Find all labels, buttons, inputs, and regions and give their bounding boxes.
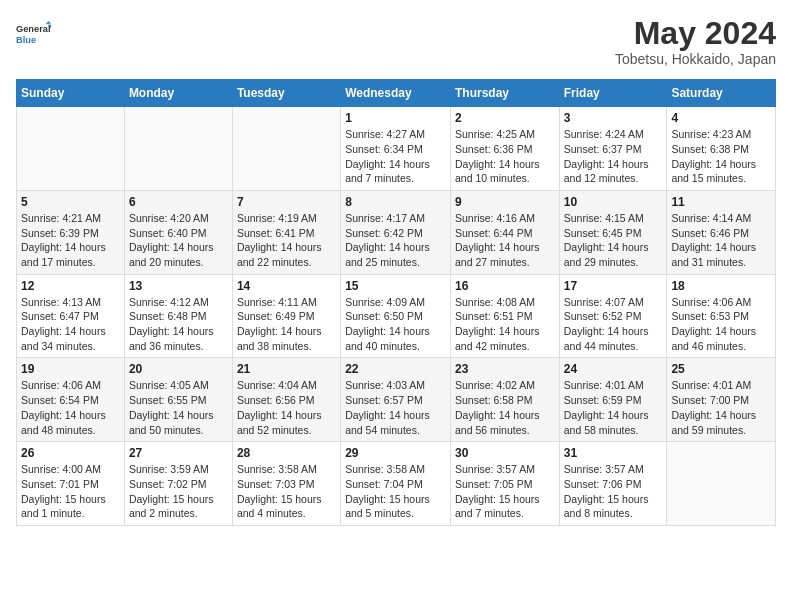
day-cell: 26Sunrise: 4:00 AMSunset: 7:01 PMDayligh… [17,442,125,526]
day-number: 25 [671,362,771,376]
logo: General Blue [16,16,52,52]
day-cell: 17Sunrise: 4:07 AMSunset: 6:52 PMDayligh… [559,274,667,358]
day-info: Sunrise: 4:06 AMSunset: 6:53 PMDaylight:… [671,295,771,354]
day-cell: 29Sunrise: 3:58 AMSunset: 7:04 PMDayligh… [341,442,451,526]
header-thursday: Thursday [450,80,559,107]
day-number: 11 [671,195,771,209]
svg-text:General: General [16,24,50,34]
day-cell: 19Sunrise: 4:06 AMSunset: 6:54 PMDayligh… [17,358,125,442]
day-cell: 5Sunrise: 4:21 AMSunset: 6:39 PMDaylight… [17,190,125,274]
day-cell: 18Sunrise: 4:06 AMSunset: 6:53 PMDayligh… [667,274,776,358]
week-row-3: 12Sunrise: 4:13 AMSunset: 6:47 PMDayligh… [17,274,776,358]
day-cell: 12Sunrise: 4:13 AMSunset: 6:47 PMDayligh… [17,274,125,358]
day-info: Sunrise: 4:17 AMSunset: 6:42 PMDaylight:… [345,211,446,270]
day-number: 6 [129,195,228,209]
day-cell: 8Sunrise: 4:17 AMSunset: 6:42 PMDaylight… [341,190,451,274]
week-row-2: 5Sunrise: 4:21 AMSunset: 6:39 PMDaylight… [17,190,776,274]
day-info: Sunrise: 3:57 AMSunset: 7:05 PMDaylight:… [455,462,555,521]
day-info: Sunrise: 4:05 AMSunset: 6:55 PMDaylight:… [129,378,228,437]
day-info: Sunrise: 4:12 AMSunset: 6:48 PMDaylight:… [129,295,228,354]
day-number: 13 [129,279,228,293]
day-cell: 28Sunrise: 3:58 AMSunset: 7:03 PMDayligh… [232,442,340,526]
day-cell: 31Sunrise: 3:57 AMSunset: 7:06 PMDayligh… [559,442,667,526]
day-info: Sunrise: 4:07 AMSunset: 6:52 PMDaylight:… [564,295,663,354]
day-info: Sunrise: 4:21 AMSunset: 6:39 PMDaylight:… [21,211,120,270]
day-info: Sunrise: 4:09 AMSunset: 6:50 PMDaylight:… [345,295,446,354]
day-cell: 14Sunrise: 4:11 AMSunset: 6:49 PMDayligh… [232,274,340,358]
day-number: 1 [345,111,446,125]
day-info: Sunrise: 4:23 AMSunset: 6:38 PMDaylight:… [671,127,771,186]
day-info: Sunrise: 4:00 AMSunset: 7:01 PMDaylight:… [21,462,120,521]
day-cell [232,107,340,191]
day-number: 2 [455,111,555,125]
day-cell: 3Sunrise: 4:24 AMSunset: 6:37 PMDaylight… [559,107,667,191]
day-info: Sunrise: 4:14 AMSunset: 6:46 PMDaylight:… [671,211,771,270]
day-info: Sunrise: 4:25 AMSunset: 6:36 PMDaylight:… [455,127,555,186]
day-info: Sunrise: 4:24 AMSunset: 6:37 PMDaylight:… [564,127,663,186]
day-number: 28 [237,446,336,460]
day-cell: 2Sunrise: 4:25 AMSunset: 6:36 PMDaylight… [450,107,559,191]
day-number: 19 [21,362,120,376]
day-number: 3 [564,111,663,125]
header-monday: Monday [124,80,232,107]
day-cell: 24Sunrise: 4:01 AMSunset: 6:59 PMDayligh… [559,358,667,442]
day-cell: 10Sunrise: 4:15 AMSunset: 6:45 PMDayligh… [559,190,667,274]
day-cell: 30Sunrise: 3:57 AMSunset: 7:05 PMDayligh… [450,442,559,526]
day-number: 16 [455,279,555,293]
header-sunday: Sunday [17,80,125,107]
day-cell: 15Sunrise: 4:09 AMSunset: 6:50 PMDayligh… [341,274,451,358]
day-cell: 22Sunrise: 4:03 AMSunset: 6:57 PMDayligh… [341,358,451,442]
day-cell: 21Sunrise: 4:04 AMSunset: 6:56 PMDayligh… [232,358,340,442]
day-cell: 6Sunrise: 4:20 AMSunset: 6:40 PMDaylight… [124,190,232,274]
day-cell [124,107,232,191]
day-info: Sunrise: 4:19 AMSunset: 6:41 PMDaylight:… [237,211,336,270]
day-cell: 4Sunrise: 4:23 AMSunset: 6:38 PMDaylight… [667,107,776,191]
calendar-table: SundayMondayTuesdayWednesdayThursdayFrid… [16,79,776,526]
day-info: Sunrise: 4:01 AMSunset: 6:59 PMDaylight:… [564,378,663,437]
day-number: 9 [455,195,555,209]
day-number: 22 [345,362,446,376]
week-row-1: 1Sunrise: 4:27 AMSunset: 6:34 PMDaylight… [17,107,776,191]
day-number: 24 [564,362,663,376]
day-number: 20 [129,362,228,376]
week-row-4: 19Sunrise: 4:06 AMSunset: 6:54 PMDayligh… [17,358,776,442]
header-friday: Friday [559,80,667,107]
day-cell [667,442,776,526]
day-cell: 13Sunrise: 4:12 AMSunset: 6:48 PMDayligh… [124,274,232,358]
day-number: 15 [345,279,446,293]
month-title: May 2024 [615,16,776,51]
logo-svg: General Blue [16,16,52,52]
day-info: Sunrise: 4:27 AMSunset: 6:34 PMDaylight:… [345,127,446,186]
page-header: General Blue May 2024 Tobetsu, Hokkaido,… [16,16,776,67]
day-info: Sunrise: 4:16 AMSunset: 6:44 PMDaylight:… [455,211,555,270]
day-cell: 16Sunrise: 4:08 AMSunset: 6:51 PMDayligh… [450,274,559,358]
day-info: Sunrise: 4:11 AMSunset: 6:49 PMDaylight:… [237,295,336,354]
day-info: Sunrise: 4:02 AMSunset: 6:58 PMDaylight:… [455,378,555,437]
day-info: Sunrise: 3:58 AMSunset: 7:03 PMDaylight:… [237,462,336,521]
day-info: Sunrise: 4:15 AMSunset: 6:45 PMDaylight:… [564,211,663,270]
day-info: Sunrise: 4:06 AMSunset: 6:54 PMDaylight:… [21,378,120,437]
header-row: SundayMondayTuesdayWednesdayThursdayFrid… [17,80,776,107]
day-cell: 20Sunrise: 4:05 AMSunset: 6:55 PMDayligh… [124,358,232,442]
day-number: 7 [237,195,336,209]
day-cell: 7Sunrise: 4:19 AMSunset: 6:41 PMDaylight… [232,190,340,274]
svg-text:Blue: Blue [16,35,36,45]
day-number: 31 [564,446,663,460]
day-info: Sunrise: 4:01 AMSunset: 7:00 PMDaylight:… [671,378,771,437]
header-tuesday: Tuesday [232,80,340,107]
day-number: 29 [345,446,446,460]
day-info: Sunrise: 4:13 AMSunset: 6:47 PMDaylight:… [21,295,120,354]
day-number: 30 [455,446,555,460]
day-info: Sunrise: 4:04 AMSunset: 6:56 PMDaylight:… [237,378,336,437]
day-cell: 9Sunrise: 4:16 AMSunset: 6:44 PMDaylight… [450,190,559,274]
day-cell [17,107,125,191]
day-info: Sunrise: 3:58 AMSunset: 7:04 PMDaylight:… [345,462,446,521]
day-number: 10 [564,195,663,209]
day-number: 17 [564,279,663,293]
day-number: 18 [671,279,771,293]
svg-marker-2 [46,21,51,24]
day-number: 4 [671,111,771,125]
day-number: 23 [455,362,555,376]
day-number: 12 [21,279,120,293]
day-info: Sunrise: 4:03 AMSunset: 6:57 PMDaylight:… [345,378,446,437]
